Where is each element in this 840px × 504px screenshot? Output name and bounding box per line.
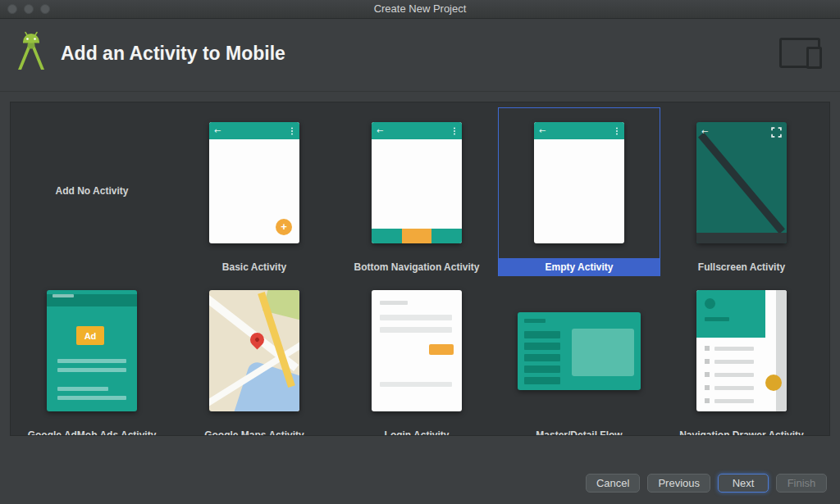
text-placeholder [57, 387, 108, 391]
label-placeholder [705, 317, 729, 321]
activity-option-login-activity[interactable]: Login Activity [336, 275, 498, 436]
activity-option-google-maps-activity[interactable]: Google Maps Activity [173, 275, 336, 436]
content-edge [776, 290, 787, 411]
activity-label: Fullscreen Activity [660, 258, 823, 276]
detail-pane [572, 329, 634, 376]
phone-shape [806, 47, 822, 69]
kebab-menu-icon [454, 130, 455, 132]
previous-button[interactable]: Previous [647, 474, 710, 493]
activity-label: Empty Activity [499, 258, 660, 276]
back-arrow-icon: ← [214, 127, 221, 135]
cancel-button[interactable]: Cancel [586, 474, 640, 493]
activity-label: Basic Activity [173, 258, 336, 276]
drawer-item [705, 385, 754, 390]
fab-plus-icon: + [276, 219, 292, 235]
bottom-nav-bar [372, 229, 462, 243]
appbar: ← [534, 122, 624, 139]
fab-icon [765, 375, 782, 391]
drawer-item [705, 346, 754, 351]
ad-badge: Ad [76, 326, 104, 345]
create-new-project-window: Create New Project Add an Activity to Mo… [0, 0, 840, 504]
system-nav-bar [696, 233, 787, 243]
form-factor-icon [779, 38, 822, 69]
back-arrow-icon: ← [377, 127, 383, 135]
list-item-placeholder [524, 377, 560, 384]
title-placeholder [52, 294, 74, 297]
kebab-menu-icon [291, 130, 293, 132]
fullscreen-expand-icon [771, 127, 782, 138]
activity-option-navigation-drawer-activity[interactable]: Navigation Drawer Activity [660, 275, 823, 436]
text-placeholder [57, 396, 126, 400]
bottom-nav-selected-tab [402, 229, 431, 243]
drawer-item [705, 398, 754, 403]
drawer-header [696, 290, 765, 338]
kebab-menu-icon [616, 130, 618, 132]
list-item-placeholder [524, 366, 560, 373]
activity-thumbnail: Ad [47, 290, 137, 411]
activity-option-fullscreen-activity[interactable]: ← Fullscreen Activity [660, 107, 823, 276]
list-item-placeholder [524, 343, 560, 350]
activity-label: Master/Detail Flow [498, 426, 660, 436]
text-placeholder [380, 382, 452, 387]
appbar: ← [209, 122, 299, 139]
activity-option-add-no-activity[interactable]: Add No Activity [11, 107, 173, 276]
activity-label: Navigation Drawer Activity [660, 426, 823, 436]
finish-button[interactable]: Finish [776, 474, 827, 493]
activity-label: Bottom Navigation Activity [336, 258, 498, 276]
wizard-header: Add an Activity to Mobile [0, 18, 840, 92]
window-title: Create New Project [0, 0, 840, 18]
avatar [705, 298, 715, 309]
activity-thumbnail: ← [534, 122, 624, 243]
activity-label: Add No Activity [56, 185, 129, 197]
next-button[interactable]: Next [718, 474, 769, 493]
activity-thumbnail: ← [696, 122, 787, 243]
activity-gallery: Add No Activity ← + Basic Activity [10, 102, 830, 436]
text-placeholder [57, 359, 126, 363]
input-placeholder [380, 315, 452, 320]
page-title: Add an Activity to Mobile [61, 43, 285, 65]
login-button-shape [429, 344, 454, 355]
activity-thumbnail [209, 290, 299, 411]
activity-option-google-admob-ads-activity[interactable]: Ad Google AdMob Ads Activity [11, 275, 173, 436]
input-placeholder [380, 327, 452, 333]
drawer-item [705, 359, 754, 364]
label-placeholder [380, 301, 408, 305]
drawer-item [705, 372, 754, 377]
appbar [47, 294, 137, 306]
back-arrow-icon: ← [539, 127, 546, 135]
activity-label: Login Activity [336, 426, 498, 436]
activity-option-basic-activity[interactable]: ← + Basic Activity [173, 107, 336, 276]
android-studio-logo-icon [10, 29, 52, 71]
activity-option-bottom-navigation-activity[interactable]: ← Bottom Navigation Activity [336, 107, 498, 276]
list-item-placeholder [524, 354, 560, 361]
titlebar: Create New Project [0, 0, 840, 19]
activity-label: Google Maps Activity [173, 426, 336, 436]
diagonal-decor [698, 133, 785, 234]
activity-option-master-detail-flow[interactable]: Master/Detail Flow [498, 275, 660, 436]
wizard-actions: Cancel Previous Next Finish [586, 474, 827, 493]
activity-option-empty-activity[interactable]: ← Empty Activity [498, 107, 660, 276]
activity-thumbnail [696, 290, 787, 411]
activity-thumbnail: ← [372, 122, 462, 243]
activity-label: Google AdMob Ads Activity [11, 426, 173, 436]
list-item-placeholder [524, 331, 560, 338]
activity-thumbnail: ← + [209, 122, 299, 243]
appbar: ← [372, 122, 462, 139]
activity-thumbnail [518, 312, 641, 390]
title-placeholder [524, 319, 546, 323]
back-arrow-icon: ← [701, 127, 708, 136]
text-placeholder [57, 368, 126, 372]
activity-thumbnail [372, 290, 462, 411]
